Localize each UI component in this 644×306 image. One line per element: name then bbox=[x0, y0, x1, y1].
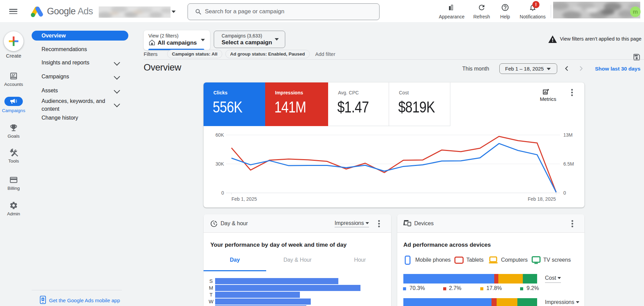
svg-text:30K: 30K bbox=[215, 161, 224, 167]
svg-text:0: 0 bbox=[563, 190, 566, 196]
svg-text:Feb 1, 2025: Feb 1, 2025 bbox=[231, 196, 257, 202]
svg-text:13M: 13M bbox=[563, 132, 573, 138]
svg-text:60K: 60K bbox=[215, 132, 224, 138]
svg-text:Feb 18, 2025: Feb 18, 2025 bbox=[528, 196, 556, 202]
svg-text:0: 0 bbox=[221, 190, 224, 196]
svg-text:6.5M: 6.5M bbox=[563, 161, 574, 167]
